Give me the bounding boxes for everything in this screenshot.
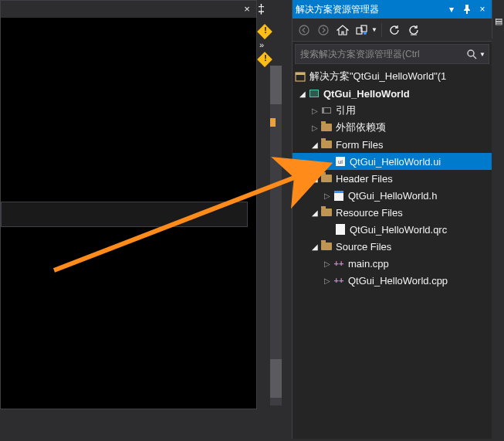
source-files-label: Source Files [336, 241, 391, 253]
svg-point-1 [319, 25, 328, 35]
h-file-icon [333, 189, 345, 202]
refresh-icon[interactable] [386, 22, 403, 39]
scrollbar-thumb[interactable] [270, 66, 282, 104]
folder-icon [320, 240, 333, 253]
qrc-file-icon [334, 223, 347, 236]
form-files-label: Form Files [336, 139, 383, 151]
svg-point-5 [468, 50, 474, 56]
expand-arrow-icon[interactable]: » [259, 40, 264, 49]
designer-form-outline[interactable] [1, 202, 248, 227]
references-icon [320, 104, 333, 117]
search-row: ▼ [295, 44, 489, 64]
chevron-down-icon[interactable]: ◢ [310, 209, 320, 217]
svg-point-4 [364, 32, 367, 35]
resource-files-folder[interactable]: ◢ Resource Files [293, 204, 492, 221]
editor-canvas[interactable] [1, 18, 256, 409]
change-marker [270, 118, 276, 127]
solution-tree: 解决方案"QtGui_HelloWorld"(1 ◢ QtGui_HelloWo… [293, 66, 492, 439]
scrollbar-track[interactable] [270, 66, 282, 405]
cpp-file-icon: ++ [333, 257, 345, 270]
panel-title: 解决方案资源管理器 [296, 3, 442, 16]
sync-icon[interactable] [353, 22, 370, 39]
chevron-down-icon[interactable]: ◢ [310, 243, 320, 251]
folder-icon [320, 121, 333, 134]
chevron-right-icon[interactable]: ▷ [310, 124, 320, 132]
references-label: 引用 [336, 103, 356, 117]
toolbar-separator [381, 23, 382, 37]
chevron-right-icon[interactable]: ▷ [322, 260, 333, 268]
header-file-label: QtGui_HelloWorld.h [348, 190, 437, 202]
folder-icon [320, 138, 333, 151]
cpp-file-label: main.cpp [348, 258, 389, 270]
pin-icon[interactable] [461, 3, 473, 15]
window-position-icon[interactable]: ▾ [445, 3, 458, 15]
project-icon [308, 87, 320, 100]
panel-title-bar[interactable]: 解决方案资源管理器 ▾ × [293, 0, 492, 19]
warning-icon[interactable] [257, 24, 272, 39]
chevron-right-icon[interactable]: ▷ [322, 276, 333, 285]
svg-point-0 [299, 25, 309, 35]
panel-toolbar: ▼ [293, 19, 492, 42]
folder-icon [320, 172, 333, 185]
project-label: QtGui_HelloWorld [323, 88, 410, 100]
resource-files-label: Resource Files [336, 207, 403, 219]
chevron-down-icon[interactable]: ◢ [310, 141, 320, 149]
form-files-folder[interactable]: ◢ Form Files [293, 136, 492, 153]
side-tab[interactable]: ▤ [492, 0, 504, 39]
chevron-right-icon[interactable]: ▷ [310, 107, 320, 115]
close-icon[interactable]: × [241, 3, 253, 15]
external-deps-node[interactable]: ▷ 外部依赖项 [293, 119, 492, 136]
svg-rect-8 [296, 73, 305, 75]
header-file-node[interactable]: ▷ QtGui_HelloWorld.h [293, 187, 492, 204]
editor-area: × [0, 0, 257, 409]
solution-label: 解决方案"QtGui_HelloWorld"(1 [310, 70, 446, 83]
show-all-icon[interactable] [405, 22, 422, 39]
project-node[interactable]: ◢ QtGui_HelloWorld [293, 85, 492, 102]
qrc-file-node[interactable]: QtGui_HelloWorld.qrc [293, 221, 492, 238]
qrc-file-label: QtGui_HelloWorld.qrc [350, 224, 447, 236]
header-files-folder[interactable]: ◢ Header Files [293, 170, 492, 187]
cpp-file-icon: ++ [333, 274, 345, 287]
chevron-down-icon[interactable]: ◢ [297, 90, 308, 98]
cpp-file-node[interactable]: ▷ ++ QtGui_HelloWorld.cpp [293, 272, 492, 289]
header-files-label: Header Files [336, 173, 393, 185]
back-icon[interactable] [296, 22, 313, 39]
cpp-file-node[interactable]: ▷ ++ main.cpp [293, 255, 492, 272]
folder-icon [320, 206, 333, 219]
chevron-down-icon[interactable]: ◢ [310, 175, 320, 183]
ui-file-label: QtGui_HelloWorld.ui [350, 156, 441, 168]
dropdown-chevron-icon[interactable]: ▼ [371, 26, 377, 33]
solution-node[interactable]: 解决方案"QtGui_HelloWorld"(1 [293, 68, 492, 85]
chevron-right-icon[interactable]: ▷ [322, 192, 333, 200]
svg-line-6 [473, 56, 476, 59]
external-deps-label: 外部依赖项 [336, 120, 386, 134]
search-input[interactable] [296, 49, 462, 59]
editor-tab-strip: × [1, 1, 256, 18]
collapse-handle-icon[interactable]: ‡ [258, 2, 266, 16]
source-files-folder[interactable]: ◢ Source Files [293, 238, 492, 255]
home-icon[interactable] [334, 22, 351, 39]
references-node[interactable]: ▷ 引用 [293, 102, 492, 119]
warning-icon[interactable] [257, 52, 272, 67]
scrollbar-region [270, 359, 282, 398]
close-icon[interactable]: × [476, 3, 489, 15]
ui-file-icon: ui [334, 155, 347, 168]
solution-icon [294, 70, 306, 83]
cpp-file-label: QtGui_HelloWorld.cpp [348, 275, 448, 287]
ui-file-node[interactable]: ui QtGui_HelloWorld.ui [293, 153, 492, 170]
forward-icon[interactable] [315, 22, 332, 39]
search-icon[interactable] [462, 45, 481, 63]
solution-explorer-panel: 解决方案资源管理器 ▾ × ▼ ▼ 解决方案"QtGui_HelloWorld"… [292, 0, 492, 439]
search-dropdown-icon[interactable]: ▼ [479, 51, 485, 58]
